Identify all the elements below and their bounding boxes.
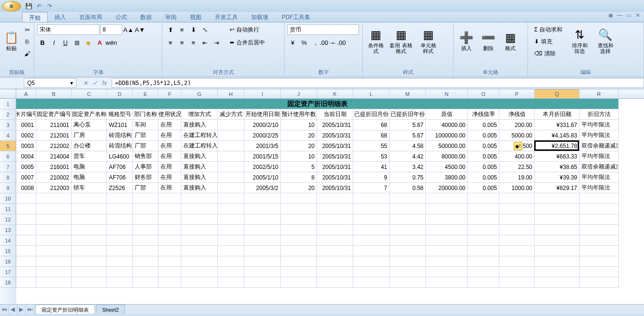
cell[interactable] bbox=[181, 193, 218, 204]
cell[interactable] bbox=[133, 214, 158, 225]
cell[interactable] bbox=[580, 204, 619, 214]
cell[interactable] bbox=[218, 267, 244, 277]
cell[interactable] bbox=[426, 277, 468, 288]
col-header-F[interactable]: F bbox=[158, 89, 181, 98]
office-button[interactable]: ⊞ bbox=[2, 1, 21, 11]
cell[interactable] bbox=[580, 193, 619, 204]
row-header-5[interactable]: 5 bbox=[0, 141, 16, 151]
cell[interactable]: 卡片编号 bbox=[16, 109, 36, 120]
cell[interactable] bbox=[218, 183, 244, 193]
delete-cells-button[interactable]: ➖删除 bbox=[478, 24, 498, 58]
cell[interactable] bbox=[468, 214, 499, 225]
cell[interactable] bbox=[468, 204, 499, 214]
cell[interactable] bbox=[218, 256, 244, 267]
cell[interactable]: 在用 bbox=[158, 120, 181, 130]
cell[interactable]: 0.005 bbox=[468, 151, 499, 162]
row-header-18[interactable]: 18 bbox=[0, 277, 16, 288]
cell[interactable] bbox=[72, 277, 107, 288]
name-box[interactable]: Q5▾ bbox=[24, 78, 76, 88]
cell[interactable] bbox=[580, 246, 619, 256]
cell[interactable] bbox=[499, 256, 535, 267]
cell[interactable]: 214004 bbox=[36, 151, 72, 162]
cell[interactable] bbox=[317, 246, 353, 256]
insert-cells-button[interactable]: ➕插入 bbox=[456, 24, 476, 58]
cell[interactable] bbox=[133, 246, 158, 256]
cell[interactable] bbox=[535, 225, 580, 235]
cell[interactable] bbox=[181, 214, 218, 225]
cell[interactable]: 部门名称 bbox=[133, 109, 158, 120]
tab-7[interactable]: 开发工具 bbox=[208, 12, 244, 22]
cell[interactable]: 电脑 bbox=[72, 162, 107, 172]
cell[interactable] bbox=[107, 256, 133, 267]
col-header-E[interactable]: E bbox=[133, 89, 158, 98]
cell[interactable]: 68 bbox=[353, 130, 390, 141]
cell[interactable]: 1000.00 bbox=[499, 183, 535, 193]
cell[interactable]: 已提折旧年份 bbox=[390, 109, 426, 120]
cell[interactable] bbox=[244, 246, 281, 256]
cell[interactable]: 固定资产名称 bbox=[72, 109, 107, 120]
border-button[interactable]: ⊞ bbox=[72, 37, 82, 48]
cell[interactable] bbox=[181, 225, 218, 235]
italic-button[interactable]: I bbox=[49, 37, 59, 48]
cell[interactable]: 直接购入 bbox=[181, 120, 218, 130]
cell[interactable]: 2005/10/31 bbox=[317, 151, 353, 162]
cell[interactable] bbox=[535, 267, 580, 277]
cell[interactable]: 离心泵 bbox=[72, 120, 107, 130]
cell[interactable]: 在建工程转入 bbox=[181, 141, 218, 151]
formula-input[interactable]: =DDB(N5,P5,J5*12,L5,2) bbox=[112, 78, 644, 88]
cell[interactable]: 2005/10/31 bbox=[317, 183, 353, 193]
cell[interactable] bbox=[107, 277, 133, 288]
cell[interactable]: 使用状况 bbox=[158, 109, 181, 120]
cell[interactable] bbox=[580, 256, 619, 267]
cell[interactable]: 0.005 bbox=[468, 162, 499, 172]
cell[interactable]: 0.005 bbox=[468, 183, 499, 193]
cell[interactable] bbox=[72, 267, 107, 277]
cell[interactable] bbox=[499, 225, 535, 235]
cell[interactable]: 砖混结构 bbox=[107, 141, 133, 151]
cell[interactable] bbox=[72, 256, 107, 267]
cell[interactable] bbox=[390, 193, 426, 204]
row-header-8[interactable]: 8 bbox=[0, 172, 16, 183]
tab-2[interactable]: 页面布局 bbox=[73, 12, 109, 22]
cell[interactable] bbox=[426, 256, 468, 267]
wrap-text-button[interactable]: ↩自动换行 bbox=[226, 24, 268, 35]
cell[interactable] bbox=[218, 141, 244, 151]
cell[interactable] bbox=[353, 193, 390, 204]
col-header-K[interactable]: K bbox=[317, 89, 353, 98]
help-icon[interactable]: ◉ bbox=[608, 12, 613, 22]
cell[interactable]: 在用 bbox=[158, 151, 181, 162]
cell[interactable] bbox=[499, 246, 535, 256]
row-header-17[interactable]: 17 bbox=[0, 267, 16, 277]
col-header-O[interactable]: O bbox=[468, 89, 499, 98]
cell[interactable] bbox=[244, 277, 281, 288]
cell[interactable] bbox=[158, 235, 181, 246]
col-header-L[interactable]: L bbox=[353, 89, 390, 98]
cell[interactable] bbox=[580, 277, 619, 288]
fx-icon[interactable]: fx bbox=[100, 79, 109, 87]
title-cell[interactable]: 固定资产折旧明细表 bbox=[16, 99, 619, 109]
cell[interactable]: 40000.00 bbox=[426, 120, 468, 130]
cell[interactable]: 车间 bbox=[133, 120, 158, 130]
col-header-A[interactable]: A bbox=[16, 89, 36, 98]
cell[interactable] bbox=[16, 246, 36, 256]
cell[interactable] bbox=[426, 204, 468, 214]
cell[interactable]: 5000.00 bbox=[499, 130, 535, 141]
cell[interactable] bbox=[244, 214, 281, 225]
row-header-11[interactable]: 11 bbox=[0, 204, 16, 214]
clear-button[interactable]: ⌫清除 bbox=[531, 48, 566, 59]
col-header-N[interactable]: N bbox=[426, 89, 468, 98]
orientation-icon[interactable]: ⤡ bbox=[200, 24, 210, 35]
cell[interactable] bbox=[281, 267, 317, 277]
cell[interactable] bbox=[390, 277, 426, 288]
cell[interactable] bbox=[36, 225, 72, 235]
cell[interactable] bbox=[133, 256, 158, 267]
cell[interactable] bbox=[499, 235, 535, 246]
cell[interactable] bbox=[72, 235, 107, 246]
cell[interactable] bbox=[390, 246, 426, 256]
cell[interactable] bbox=[468, 193, 499, 204]
cell[interactable]: 5.67 bbox=[390, 130, 426, 141]
row-header-9[interactable]: 9 bbox=[0, 183, 16, 193]
cell[interactable] bbox=[72, 204, 107, 214]
cell[interactable]: 8 bbox=[281, 172, 317, 183]
cell[interactable] bbox=[499, 214, 535, 225]
